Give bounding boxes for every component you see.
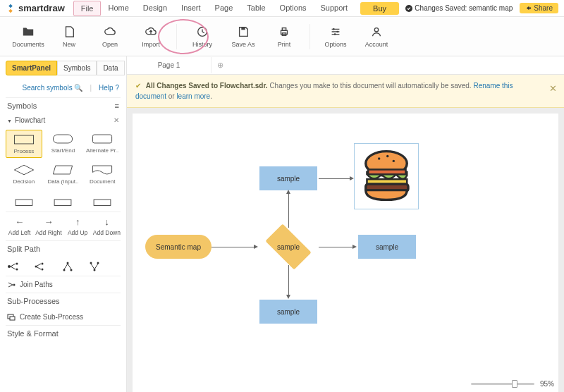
symbol-partial[interactable] [45, 190, 82, 209]
svg-rect-47 [368, 169, 405, 174]
save-status: Changes Saved: semantic map [405, 4, 513, 12]
menu-home[interactable]: Home [101, 1, 135, 16]
split-path-row [6, 257, 121, 276]
svg-point-43 [386, 155, 388, 157]
notice-text: Changes you make to this document will a… [268, 82, 474, 90]
symbols-section-head: Symbols ≡ [6, 97, 121, 114]
panel-tab-data[interactable]: Data [97, 61, 124, 75]
share-button[interactable]: Share [520, 3, 558, 13]
add-up-button[interactable]: ↑Add Up [64, 216, 92, 236]
zoom-value: 95% [540, 380, 554, 388]
svg-point-35 [97, 262, 99, 264]
node-sample-bottom[interactable]: sample [259, 300, 317, 324]
arrowhead [352, 245, 357, 249]
subprocess-head: Sub-Processes [6, 293, 121, 309]
panel-tabs: SmartPanelSymbolsData✕ [6, 61, 121, 75]
menu-support[interactable]: Support [314, 1, 355, 16]
svg-point-9 [374, 27, 378, 31]
add-right-button[interactable]: →Add Right [35, 216, 62, 236]
menu-options[interactable]: Options [273, 1, 314, 16]
toolbar-history[interactable]: History [187, 25, 218, 48]
toolbar-open[interactable]: Open [94, 25, 125, 48]
close-notice-icon[interactable]: ✕ [549, 82, 557, 96]
menu-table[interactable]: Table [240, 1, 272, 16]
menu-items: FileHomeDesignInsertPageTableOptionsSupp… [73, 1, 355, 16]
svg-point-6 [333, 28, 335, 30]
split-icon-2[interactable] [34, 262, 48, 271]
toolbar-import[interactable]: Import [135, 25, 166, 48]
menu-design[interactable]: Design [136, 1, 174, 16]
add-left-button[interactable]: ←Add Left [6, 216, 33, 236]
save-notice-banner: ✔ All Changes Saved to Flowchart.sdr. Ch… [127, 75, 564, 108]
toolbar-options[interactable]: Options [320, 25, 351, 48]
zoom-bar: 95% [471, 380, 554, 388]
canvas-area: Page 1 ⊕ ✔ All Changes Saved to Flowchar… [127, 56, 564, 392]
panel-tab-smartpanel[interactable]: SmartPanel [6, 61, 57, 75]
svg-point-19 [16, 263, 18, 265]
symbol-decision[interactable]: Decision [6, 161, 42, 188]
symbol-document[interactable]: Document [84, 161, 121, 188]
add-page-button[interactable]: ⊕ [212, 61, 228, 70]
svg-point-29 [63, 269, 66, 271]
symbol-category-row[interactable]: ▼Flowchart ✕ [6, 114, 121, 127]
symbol-data-input-[interactable]: Data (Input.. [45, 161, 82, 188]
add-down-button[interactable]: ↓Add Down [93, 216, 121, 236]
arrowhead [286, 190, 290, 194]
join-paths-button[interactable]: Join Paths [6, 276, 121, 293]
node-sample-right[interactable]: sample [358, 235, 416, 259]
learn-more-link[interactable]: learn more [176, 92, 210, 100]
image-burger[interactable] [354, 143, 419, 209]
create-subprocess-button[interactable]: Create Sub-Process [6, 309, 121, 325]
symbol-alternate-pr-[interactable]: Alternate Pr.. [84, 130, 121, 158]
svg-line-27 [64, 264, 68, 269]
toolbar-account[interactable]: Account [361, 25, 392, 48]
toolbar-print[interactable]: Print [269, 25, 300, 48]
toolbar-save-as[interactable]: Save As [228, 25, 259, 48]
search-icon: 🔍 [74, 84, 82, 92]
arrowhead [350, 176, 354, 180]
search-symbols-link[interactable]: Search symbols 🔍 [23, 84, 83, 92]
zoom-slider[interactable] [471, 383, 534, 385]
menu-page[interactable]: Page [208, 1, 240, 16]
save-icon [237, 25, 250, 38]
menu-insert[interactable]: Insert [174, 1, 208, 16]
menu-file[interactable]: File [73, 1, 102, 16]
toolbar-ribbon: DocumentsNewOpenImportHistorySave AsPrin… [0, 17, 564, 56]
notice-bold: All Changes Saved to Flowchart.sdr. [146, 82, 268, 90]
menubar: smartdraw FileHomeDesignInsertPageTableO… [0, 0, 564, 17]
buy-button[interactable]: Buy [360, 2, 399, 15]
check-circle-icon: ✔ [135, 82, 141, 90]
node-sample-top[interactable]: sample [259, 166, 317, 190]
sliders-icon [329, 25, 342, 38]
page-tab-1[interactable]: Page 1 [127, 57, 212, 73]
svg-rect-13 [16, 200, 32, 206]
symbol-partial[interactable] [84, 190, 121, 209]
zoom-thumb[interactable] [512, 380, 517, 388]
panel-tab-symbols[interactable]: Symbols [57, 61, 97, 75]
svg-rect-15 [94, 200, 111, 206]
svg-line-36 [8, 283, 13, 285]
svg-point-44 [393, 160, 395, 162]
share-icon [525, 5, 532, 11]
symbol-start-end[interactable]: Start/End [45, 130, 82, 158]
symbol-process[interactable]: Process [6, 130, 42, 158]
split-icon-4[interactable] [87, 262, 102, 271]
burger-icon [356, 145, 417, 206]
toolbar-new[interactable]: New [54, 25, 85, 48]
toolbar-documents[interactable]: Documents [13, 25, 44, 48]
node-semantic-map[interactable]: Semantic map [145, 235, 212, 259]
svg-rect-10 [14, 135, 33, 144]
flowchart-canvas[interactable]: Semantic map sample sample sample sample [133, 114, 558, 392]
svg-point-34 [90, 262, 92, 264]
split-icon-1[interactable] [7, 262, 21, 271]
help-link[interactable]: Help ? [99, 84, 119, 92]
logo[interactable]: smartdraw [6, 3, 65, 13]
close-icon[interactable]: ✕ [114, 116, 119, 124]
split-icon-3[interactable] [61, 262, 75, 271]
svg-point-25 [35, 266, 37, 268]
svg-line-32 [91, 264, 94, 269]
symbol-partial[interactable] [6, 190, 42, 209]
svg-point-30 [70, 269, 73, 271]
hamburger-icon[interactable]: ≡ [115, 102, 119, 110]
node-sample-diamond[interactable]: sample [260, 230, 317, 264]
